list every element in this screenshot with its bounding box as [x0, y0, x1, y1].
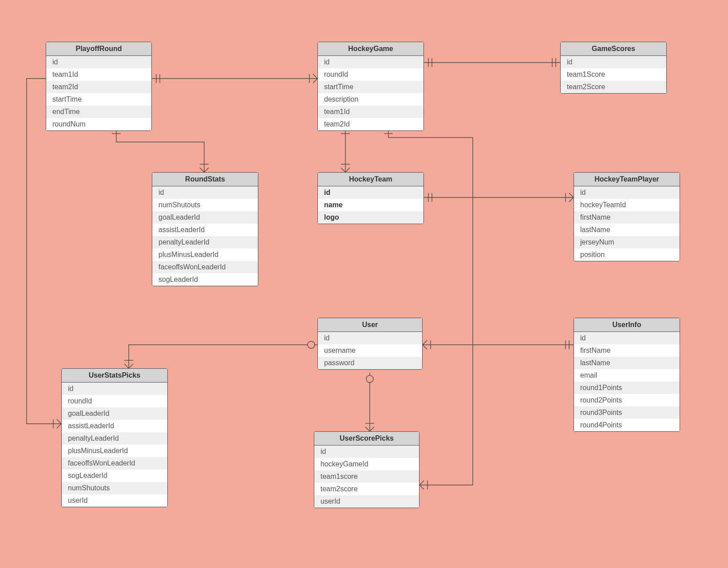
entity-field: id — [46, 56, 151, 68]
entity-user-score-picks: UserScorePicks idhockeyGameIdteam1scoret… — [314, 431, 419, 508]
svg-line-43 — [370, 427, 374, 431]
entity-field: lastName — [574, 357, 680, 369]
svg-line-3 — [313, 79, 317, 83]
svg-line-12 — [200, 168, 204, 172]
entity-field: description — [318, 93, 423, 106]
entity-user: User idusernamepassword — [317, 318, 423, 370]
svg-point-37 — [308, 341, 315, 348]
entity-field: password — [318, 357, 422, 369]
svg-line-24 — [419, 481, 424, 485]
entity-field: id — [62, 383, 167, 395]
entity-field: team1Id — [46, 68, 151, 81]
svg-line-38 — [124, 364, 129, 368]
entity-field: id — [152, 186, 258, 199]
entity-field: position — [574, 248, 680, 261]
entity-title: UserInfo — [574, 318, 680, 332]
entity-field: userId — [314, 495, 419, 508]
entity-field: plusMinusLeaderId — [62, 445, 167, 457]
entity-field: logo — [318, 211, 423, 224]
svg-line-2 — [313, 74, 317, 79]
entity-field: assistLeaderId — [152, 224, 258, 236]
entity-field: firstName — [574, 344, 680, 357]
entity-field: numShutouts — [62, 482, 167, 494]
entity-field: id — [314, 446, 419, 458]
entity-field: firstName — [574, 211, 680, 224]
entity-user-stats-picks: UserStatsPicks idroundIdgoalLeaderIdassi… — [61, 368, 168, 507]
entity-round-stats: RoundStats idnumShutoutsgoalLeaderIdassi… — [152, 172, 258, 286]
entity-field: team2Score — [561, 81, 666, 93]
entity-title: User — [318, 318, 422, 332]
svg-point-41 — [366, 375, 373, 383]
svg-line-42 — [365, 427, 370, 431]
entity-field: team1Id — [318, 106, 423, 118]
entity-title: UserStatsPicks — [62, 369, 167, 383]
svg-line-32 — [423, 340, 427, 345]
entity-field: startTime — [318, 81, 423, 93]
entity-field: hockeyTeamId — [574, 199, 680, 211]
svg-line-48 — [57, 419, 61, 424]
entity-title: HockeyTeam — [318, 173, 423, 186]
entity-field: team2Id — [46, 81, 151, 93]
entity-field: roundId — [62, 395, 167, 407]
entity-title: HockeyTeamPlayer — [574, 173, 680, 186]
entity-field: round1Points — [574, 382, 680, 394]
entity-title: UserScorePicks — [314, 432, 419, 446]
svg-line-13 — [204, 168, 209, 172]
entity-user-info: UserInfo idfirstNamelastNameemailround1P… — [574, 318, 680, 432]
entity-field: numShutouts — [152, 199, 258, 211]
svg-line-49 — [57, 424, 61, 428]
entity-field: id — [574, 332, 680, 344]
entity-field: round2Points — [574, 394, 680, 406]
entity-field: id — [561, 56, 666, 68]
entity-field: penaltyLeaderId — [152, 236, 258, 248]
entity-title: GameScores — [561, 42, 666, 56]
entity-hockey-team: HockeyTeam idnamelogo — [317, 172, 424, 224]
entity-field: sogLeaderId — [62, 469, 167, 482]
entity-hockey-game: HockeyGame idroundIdstartTimedescription… — [317, 42, 424, 131]
svg-line-39 — [129, 364, 133, 368]
entity-field: goalLeaderId — [62, 407, 167, 420]
entity-field: team2Id — [318, 118, 423, 130]
entity-field: id — [574, 186, 680, 199]
svg-line-19 — [345, 168, 350, 172]
entity-field: faceoffsWonLeaderId — [152, 261, 258, 273]
entity-field: endTime — [46, 106, 151, 118]
entity-field: round4Points — [574, 419, 680, 431]
entity-field: penaltyLeaderId — [62, 432, 167, 445]
entity-field: team2score — [314, 483, 419, 495]
entity-field: roundId — [318, 68, 423, 81]
entity-field: assistLeaderId — [62, 420, 167, 432]
entity-field: sogLeaderId — [152, 273, 258, 286]
entity-game-scores: GameScores idteam1Scoreteam2Score — [560, 42, 667, 94]
svg-line-33 — [423, 345, 427, 349]
entity-title: PlayoffRound — [46, 42, 151, 56]
entity-field: startTime — [46, 93, 151, 106]
entity-field: goalLeaderId — [152, 211, 258, 224]
svg-line-30 — [569, 197, 574, 202]
entity-field: email — [574, 369, 680, 382]
entity-field: faceoffsWonLeaderId — [62, 457, 167, 469]
entity-field: team1score — [314, 470, 419, 483]
entity-field: roundNum — [46, 118, 151, 130]
entity-title: RoundStats — [152, 173, 258, 186]
entity-field: name — [318, 199, 423, 211]
entity-field: lastName — [574, 224, 680, 236]
svg-line-25 — [419, 485, 424, 489]
entity-field: team1Score — [561, 68, 666, 81]
entity-field: username — [318, 344, 422, 357]
entity-field: hockeyGameId — [314, 458, 419, 470]
entity-field: id — [318, 332, 422, 344]
entity-field: userId — [62, 494, 167, 507]
entity-field: plusMinusLeaderId — [152, 248, 258, 261]
svg-line-29 — [569, 193, 574, 197]
entity-title: HockeyGame — [318, 42, 423, 56]
entity-playoff-round: PlayoffRound idteam1Idteam2IdstartTimeen… — [46, 42, 152, 131]
entity-field: round3Points — [574, 406, 680, 419]
entity-field: id — [318, 186, 423, 199]
entity-field: id — [318, 56, 423, 68]
svg-line-18 — [341, 168, 345, 172]
entity-hockey-team-player: HockeyTeamPlayer idhockeyTeamIdfirstName… — [574, 172, 680, 261]
entity-field: jerseyNum — [574, 236, 680, 248]
